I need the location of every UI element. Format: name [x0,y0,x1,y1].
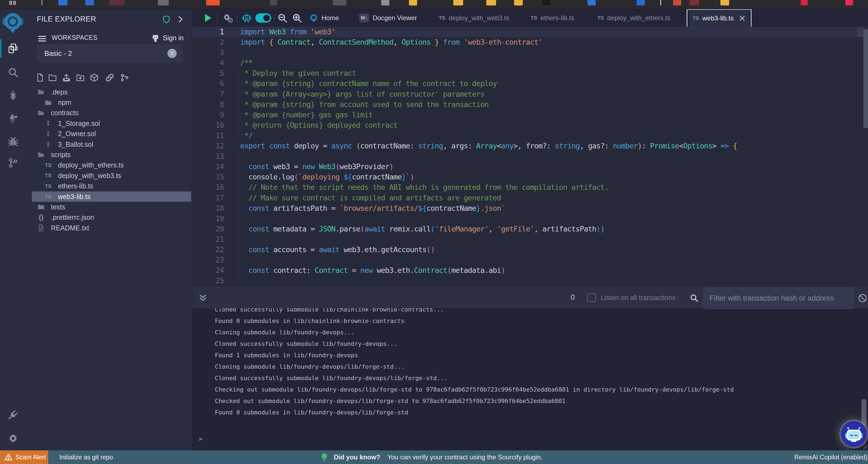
workspace-dropdown[interactable]: Basic - 2 [37,44,183,63]
new-folder-button[interactable] [48,72,58,83]
run-script-button[interactable] [202,9,214,27]
warning-triangle-icon [4,453,12,461]
tab-home[interactable]: Home [306,9,342,27]
tab-deploy-with-web3-ts[interactable]: TSdeploy_with_web3.ts [435,9,514,27]
zoom-out-button[interactable] [276,9,289,27]
expand-terminal-icon[interactable] [198,293,208,303]
transaction-filter-input[interactable] [703,287,854,309]
run-config-icon [222,12,233,23]
tree-item-web3-lib-ts[interactable]: TSweb3-lib.ts [32,191,191,202]
shield-icon [162,15,171,24]
tree-item-ethers-lib-ts[interactable]: TSethers-lib.ts [32,181,191,191]
activity-item-search[interactable] [0,62,26,83]
tab-deploy-with-ethers-ts[interactable]: TSdeploy_with_ethers.ts [593,9,675,27]
editor-scrollbar[interactable] [863,29,868,128]
deploy-icon [7,113,19,124]
bookmark-icon-stub [381,0,389,5]
activity-item-file-explorer[interactable] [0,38,26,59]
activity-item-settings[interactable] [0,428,26,449]
activity-item-git[interactable] [0,153,26,173]
github-icon[interactable] [151,33,160,43]
tree-item-scripts[interactable]: scripts [32,150,191,160]
terminal-output[interactable]: Cloned successfully submodule lib/chainl… [192,308,868,451]
tab-web3-lib-ts[interactable]: TSweb3-lib.ts [687,9,751,27]
remix-logo-icon[interactable] [2,12,23,34]
publish-ipfs-button[interactable] [89,72,99,83]
activity-item-solidity-compiler[interactable] [0,85,26,106]
remix-home-icon [309,13,318,23]
line-number: 16 [192,182,224,192]
terminal-search-icon[interactable] [689,293,699,303]
clear-console-icon[interactable] [858,293,867,303]
workspaces-row: WORKSPACES Sign in [26,32,192,44]
bookmark-icon-stub [720,0,729,5]
typescript-icon: TS [43,171,53,180]
filetext-icon [36,223,46,233]
code-editor[interactable]: 1234567891011121314151617181920212223242… [192,27,868,287]
terminal-toolbar: 0 Listen on all transactions [192,287,868,308]
init-git-repo-button[interactable]: Initialize as git repo [59,454,113,461]
new-file-button[interactable] [35,72,45,83]
code-line [240,234,737,245]
tree-item-deploy-with-ethers-ts[interactable]: TSdeploy_with_ethers.ts [32,160,191,171]
tree-item-3-ballot-sol[interactable]: 3_Ballot.sol [32,139,191,150]
run-config-button[interactable] [221,9,235,27]
clone-git-button[interactable] [120,72,130,83]
tree-item-npm[interactable]: npm [32,97,191,107]
code-line: * @param {string} from account used to s… [240,99,737,110]
listen-checkbox[interactable] [587,293,596,302]
code-line: // Note that the script needs the ABI wh… [240,182,737,192]
tab-label: Home [321,14,339,22]
tree-item-label: 3_Ballot.sol [58,141,93,148]
bookmark-icon-stub [514,0,523,5]
newfile-icon [35,73,45,82]
tree-item--deps[interactable]: .deps [32,87,191,97]
tree-item-readme-txt[interactable]: README.txt [32,223,191,233]
terminal-log-line: Checking out submodule lib/foundry-devop… [215,384,734,395]
scam-alert-button[interactable]: Scam Alert [0,451,48,464]
terminal-prompt[interactable]: > [199,433,202,445]
bookmarks-overflow-text: 88 [9,0,17,6]
close-icon[interactable] [739,15,746,22]
tree-item-2-owner-sol[interactable]: 2_Owner.sol [32,129,191,139]
tree-item-deploy-with-web3-ts[interactable]: TSdeploy_with_web3.ts [32,171,191,181]
sign-in-button[interactable]: Sign in [163,34,184,42]
tab-docgen-viewer[interactable]: M↓Docgen Viewer [354,9,422,27]
bookmark-icon-stub [588,0,596,5]
tree-item-1-storage-sol[interactable]: 1_Storage.sol [32,118,191,128]
ai-toggle-button[interactable] [255,9,272,27]
ai-assistant-button[interactable] [240,9,253,27]
line-number: 8 [192,99,224,110]
hamburger-menu-icon[interactable] [38,34,47,42]
tab-ethers-lib-ts[interactable]: TSethers-lib.ts [524,9,581,27]
tree-item-tests[interactable]: tests [32,202,191,212]
remix-ai-assistant-button[interactable] [841,421,867,447]
workspace-sort-icon[interactable] [167,49,177,58]
toolbar-separator [217,13,218,23]
branch-icon [7,157,19,168]
lightbulb-icon [321,453,328,461]
line-number: 12 [192,141,224,151]
folder-open-icon [36,87,46,97]
typescript-icon: TS [693,15,699,21]
tree-item-contracts[interactable]: contracts [32,108,191,118]
listen-label[interactable]: Listen on all transactions [601,294,676,302]
tree-item--prettierrc-json[interactable]: {}.prettierrc.json [32,212,191,223]
activity-item-deploy-run[interactable] [0,108,26,128]
chevron-right-icon[interactable] [176,15,184,23]
bookmark-icon-stub [58,0,67,5]
line-number: 17 [192,193,224,203]
upload-file-button[interactable] [61,72,72,83]
publish-gist-button[interactable] [104,72,115,83]
editor-tab-bar: HomeM↓Docgen ViewerTSdeploy_with_web3.ts… [192,9,868,27]
tab-label: ethers-lib.ts [540,14,574,22]
files-icon [7,43,19,54]
upload-folder-button[interactable] [75,72,86,83]
activity-item-debugger[interactable] [0,131,26,152]
code-line: const accounts = await web3.eth.getAccou… [240,245,737,255]
activity-item-plugin-manager[interactable] [0,404,26,425]
zoom-in-button[interactable] [291,9,303,27]
bookmark-icon-stub [109,0,125,5]
bookmark-icon-stub [333,0,346,5]
line-number: 14 [192,161,224,172]
